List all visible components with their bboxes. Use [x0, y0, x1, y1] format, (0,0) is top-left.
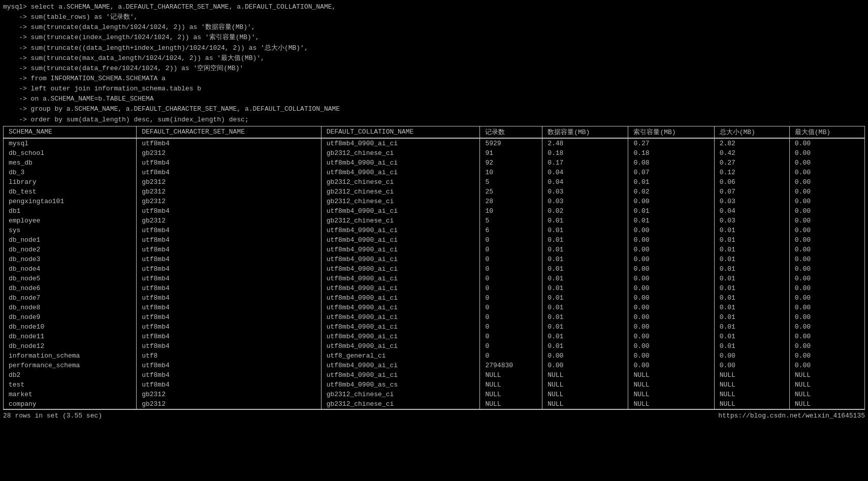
- query-block: mysql> select a.SCHEMA_NAME, a.DEFAULT_C…: [3, 2, 865, 125]
- table-cell: utf8mb4_0900_ai_ci: [321, 361, 480, 370]
- table-cell: 0.01: [714, 303, 789, 312]
- table-cell: gb2312: [137, 177, 321, 187]
- table-cell: 0.00: [628, 235, 714, 245]
- table-cell: 0: [480, 322, 542, 332]
- table-cell: gb2312_chinese_ci: [321, 197, 480, 206]
- table-cell: db_node6: [4, 283, 137, 293]
- table-cell: gb2312_chinese_ci: [321, 187, 480, 197]
- table-row: employeegb2312gb2312_chinese_ci50.010.01…: [4, 216, 865, 226]
- table-cell: 0.01: [714, 312, 789, 322]
- table-cell: 0.01: [714, 274, 789, 283]
- footer-link[interactable]: https://blog.csdn.net/weixin_41645135: [718, 412, 865, 420]
- table-cell: 0.00: [789, 206, 864, 216]
- table-cell: 5929: [480, 138, 542, 148]
- table-cell: 0.00: [628, 341, 714, 351]
- table-cell: 0.00: [789, 322, 864, 332]
- table-cell: 0.04: [542, 177, 628, 187]
- table-cell: utf8mb4: [137, 322, 321, 332]
- table-cell: 0.00: [789, 235, 864, 245]
- table-cell: NULL: [542, 380, 628, 390]
- table-cell: test: [4, 380, 137, 390]
- table-cell: NULL: [789, 380, 864, 390]
- table-cell: pengxingtao101: [4, 197, 137, 206]
- table-row: db_node4utf8mb4utf8mb4_0900_ai_ci00.010.…: [4, 264, 865, 274]
- table-cell: 0.01: [542, 293, 628, 303]
- table-cell: 0.02: [628, 187, 714, 197]
- table-cell: gb2312: [137, 390, 321, 399]
- col-index-size: 索引容量(MB): [628, 126, 714, 138]
- table-cell: 0: [480, 254, 542, 264]
- table-cell: NULL: [714, 399, 789, 409]
- table-cell: NULL: [789, 390, 864, 399]
- table-cell: 0.01: [542, 226, 628, 235]
- table-cell: utf8mb4: [137, 283, 321, 293]
- table-cell: 0.00: [628, 274, 714, 283]
- table-cell: utf8mb4: [137, 206, 321, 216]
- table-cell: 28: [480, 197, 542, 206]
- table-cell: 0.06: [714, 177, 789, 187]
- table-cell: 0.00: [789, 283, 864, 293]
- table-cell: utf8mb4: [137, 264, 321, 274]
- table-cell: 0.00: [628, 245, 714, 254]
- table-cell: utf8mb4_0900_ai_ci: [321, 245, 480, 254]
- table-cell: 0.00: [628, 332, 714, 341]
- terminal: mysql> select a.SCHEMA_NAME, a.DEFAULT_C…: [0, 0, 868, 481]
- table-cell: db_node4: [4, 264, 137, 274]
- table-cell: 0.00: [628, 197, 714, 206]
- query-line-9: -> left outer join information_schema.ta…: [3, 84, 865, 94]
- table-cell: NULL: [542, 390, 628, 399]
- col-schema-name: SCHEMA_NAME: [4, 126, 137, 138]
- table-cell: utf8mb4_0900_ai_ci: [321, 226, 480, 235]
- table-cell: mysql: [4, 138, 137, 148]
- table-cell: 0.00: [789, 341, 864, 351]
- col-charset: DEFAULT_CHARACTER_SET_NAME: [137, 126, 321, 138]
- table-cell: utf8mb4_0900_ai_ci: [321, 322, 480, 332]
- table-cell: 0.00: [542, 361, 628, 370]
- query-line-6: -> sum(truncate(max_data_length/1024/102…: [3, 53, 865, 63]
- table-cell: db_node1: [4, 235, 137, 245]
- query-line-8: -> from INFORMATION_SCHEMA.SCHEMATA a: [3, 74, 865, 84]
- table-cell: 0.00: [789, 245, 864, 254]
- table-cell: 0.00: [789, 216, 864, 226]
- table-cell: db_test: [4, 187, 137, 197]
- table-cell: NULL: [714, 390, 789, 399]
- table-row: pengxingtao101gb2312gb2312_chinese_ci280…: [4, 197, 865, 206]
- table-cell: 0.01: [714, 245, 789, 254]
- table-cell: 0.01: [714, 332, 789, 341]
- table-cell: gb2312: [137, 399, 321, 409]
- table-row: marketgb2312gb2312_chinese_ciNULLNULLNUL…: [4, 390, 865, 399]
- table-row: sysutf8mb4utf8mb4_0900_ai_ci60.010.000.0…: [4, 226, 865, 235]
- table-row: db_node1utf8mb4utf8mb4_0900_ai_ci00.010.…: [4, 235, 865, 245]
- table-cell: NULL: [789, 399, 864, 409]
- table-cell: 0.01: [542, 245, 628, 254]
- table-cell: NULL: [480, 380, 542, 390]
- table-cell: 0.01: [542, 264, 628, 274]
- table-cell: 0.18: [542, 148, 628, 158]
- table-cell: NULL: [628, 370, 714, 380]
- table-cell: 0.00: [789, 158, 864, 168]
- table-cell: gb2312_chinese_ci: [321, 399, 480, 409]
- table-cell: 0.03: [714, 197, 789, 206]
- table-cell: utf8mb4: [137, 361, 321, 370]
- table-cell: db1: [4, 206, 137, 216]
- table-cell: 0.00: [628, 283, 714, 293]
- table-cell: utf8mb4_0900_ai_ci: [321, 264, 480, 274]
- table-cell: 0.00: [789, 293, 864, 303]
- table-cell: 0.01: [628, 177, 714, 187]
- table-cell: utf8mb4_0900_ai_ci: [321, 274, 480, 283]
- table-cell: gb2312_chinese_ci: [321, 216, 480, 226]
- table-cell: utf8mb4: [137, 312, 321, 322]
- table-cell: 0: [480, 264, 542, 274]
- table-cell: 0.27: [628, 138, 714, 148]
- table-cell: utf8mb4_0900_ai_ci: [321, 235, 480, 245]
- table-row: db_node11utf8mb4utf8mb4_0900_ai_ci00.010…: [4, 332, 865, 341]
- table-row: db2utf8mb4utf8mb4_0900_ai_ciNULLNULLNULL…: [4, 370, 865, 380]
- table-cell: 2.48: [542, 138, 628, 148]
- table-row: testutf8mb4utf8mb4_0900_as_csNULLNULLNUL…: [4, 380, 865, 390]
- table-cell: NULL: [628, 399, 714, 409]
- table-cell: 0.03: [714, 216, 789, 226]
- table-cell: db_node11: [4, 332, 137, 341]
- query-line-3: -> sum(truncate(data_length/1024/1024, 2…: [3, 22, 865, 33]
- table-cell: 25: [480, 187, 542, 197]
- table-cell: 0.01: [628, 216, 714, 226]
